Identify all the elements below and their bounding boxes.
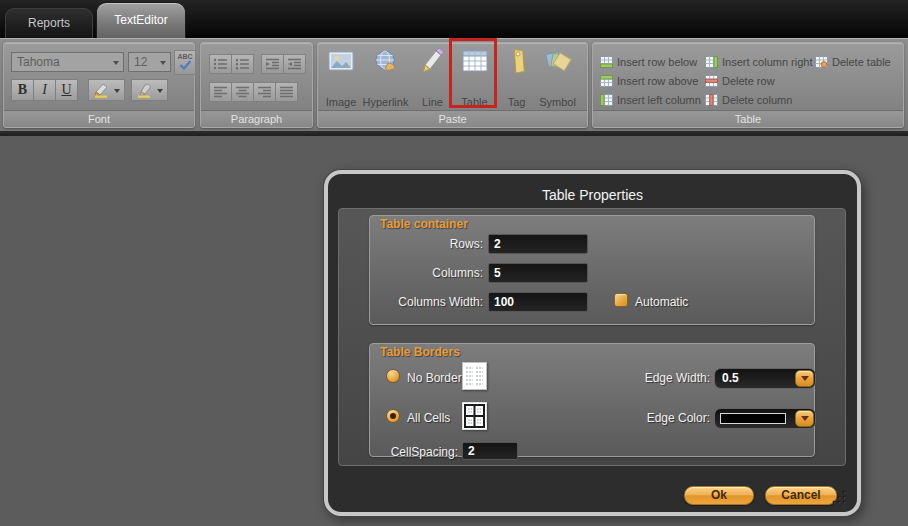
paste-item-label: Image — [326, 96, 357, 108]
highlighter-icon — [136, 83, 154, 98]
justify-icon — [279, 86, 294, 98]
symbol-button[interactable]: Symbol — [533, 48, 582, 108]
paste-item-label: Hyperlink — [363, 96, 409, 108]
delete-column-icon — [705, 94, 718, 106]
bullet-list-button[interactable] — [209, 54, 232, 74]
align-right-icon — [257, 86, 272, 98]
edge-color-combo[interactable] — [714, 408, 816, 429]
edge-color-label: Edge Color: — [610, 411, 710, 425]
chevron-down-icon — [801, 416, 809, 425]
all-cells-preview-icon — [462, 402, 487, 430]
table-container-groupbox: Table container Rows: Columns: Columns W… — [369, 215, 815, 325]
delete-row-button[interactable]: Delete row — [705, 74, 775, 88]
table-group-label: Table — [593, 110, 903, 127]
decrease-indent-button[interactable] — [261, 54, 284, 74]
paste-item-label: Line — [422, 96, 443, 108]
underline-button[interactable]: U — [55, 79, 78, 101]
align-left-icon — [213, 86, 228, 98]
no-border-radio[interactable] — [386, 369, 400, 383]
hyperlink-button[interactable]: Hyperlink — [357, 48, 414, 108]
app-window: { "tabs": { "reports": "Reports", "texte… — [0, 0, 908, 526]
alignment-buttons — [209, 82, 297, 102]
image-button[interactable]: Image — [323, 48, 359, 108]
image-icon — [326, 48, 356, 74]
columns-width-label: Columns Width: — [378, 295, 483, 309]
list-buttons — [209, 54, 253, 74]
table-action-label: Delete column — [722, 94, 792, 106]
dialog-content-panel: Table container Rows: Columns: Columns W… — [338, 208, 846, 466]
justify-button[interactable] — [275, 82, 298, 102]
rows-input[interactable] — [488, 234, 588, 254]
line-button[interactable]: Line — [417, 48, 448, 108]
columns-width-input[interactable] — [488, 292, 588, 312]
numbered-list-button[interactable] — [231, 54, 254, 74]
edge-width-label: Edge Width: — [610, 371, 710, 385]
bold-button[interactable]: B — [11, 79, 34, 101]
tab-texteditor[interactable]: TextEditor — [96, 2, 186, 38]
spellcheck-button[interactable]: ABC — [174, 50, 196, 75]
ribbon-group-paragraph: Paragraph — [200, 42, 313, 128]
edge-width-combo[interactable]: 0.5 — [714, 368, 816, 389]
no-border-preview-icon — [462, 362, 487, 390]
pencil-icon — [422, 48, 444, 75]
chevron-down-icon — [160, 61, 166, 68]
font-color-button[interactable] — [88, 79, 125, 101]
tag-button[interactable]: Tag — [501, 48, 532, 108]
font-size-value: 12 — [134, 55, 147, 69]
paste-item-label: Symbol — [539, 96, 576, 108]
section-label: Table container — [380, 217, 468, 231]
italic-button[interactable]: I — [33, 79, 56, 101]
insert-column-right-button[interactable]: Insert column right — [705, 55, 812, 69]
rows-label: Rows: — [378, 237, 483, 251]
symbol-icon — [543, 48, 573, 75]
table-action-label: Insert row below — [617, 56, 697, 68]
font-family-combo[interactable]: Tahoma — [11, 52, 124, 72]
insert-row-below-button[interactable]: Insert row below — [600, 55, 697, 69]
chevron-down-icon — [114, 89, 120, 96]
outdent-icon — [265, 58, 280, 70]
ok-button[interactable]: Ok — [684, 486, 754, 505]
check-icon — [179, 60, 192, 70]
delete-row-icon — [705, 75, 718, 87]
font-size-combo[interactable]: 12 — [128, 52, 171, 72]
tab-reports[interactable]: Reports — [5, 8, 93, 38]
ribbon-bottom-divider — [0, 131, 908, 136]
insert-row-above-button[interactable]: Insert row above — [600, 74, 698, 88]
delete-table-button[interactable]: Delete table — [815, 55, 891, 69]
paragraph-group-label: Paragraph — [201, 110, 312, 127]
dropdown-button[interactable] — [795, 410, 814, 427]
font-group-label: Font — [4, 110, 194, 127]
dialog-title: Table Properties — [328, 187, 857, 203]
font-family-value: Tahoma — [17, 55, 60, 69]
cell-spacing-input[interactable] — [462, 442, 518, 460]
numbered-list-icon — [235, 58, 250, 70]
resize-grip[interactable] — [830, 489, 848, 505]
tag-icon — [504, 48, 530, 75]
insert-column-right-icon — [705, 56, 718, 68]
insert-row-below-icon — [600, 56, 613, 68]
align-center-button[interactable] — [231, 82, 254, 102]
insert-left-column-button[interactable]: Insert left column — [600, 93, 701, 107]
table-action-label: Insert row above — [617, 75, 698, 87]
table-action-label: Insert column right — [722, 56, 812, 68]
table-action-label: Delete table — [832, 56, 891, 68]
indent-buttons — [261, 54, 305, 74]
automatic-checkbox[interactable] — [614, 293, 628, 307]
align-left-button[interactable] — [209, 82, 232, 102]
delete-column-button[interactable]: Delete column — [705, 93, 792, 107]
highlight-color-button[interactable] — [131, 79, 168, 101]
chevron-down-icon — [157, 89, 163, 96]
all-cells-radio[interactable] — [386, 409, 400, 423]
dropdown-button[interactable] — [795, 370, 814, 387]
align-right-button[interactable] — [253, 82, 276, 102]
ribbon-group-table: Insert row below Insert row above Insert… — [592, 42, 904, 128]
columns-input[interactable] — [488, 263, 588, 283]
edge-color-swatch — [720, 413, 786, 424]
cancel-button[interactable]: Cancel — [765, 486, 837, 505]
tab-bar: Reports TextEditor — [0, 0, 908, 38]
table-button-highlight — [449, 38, 497, 108]
abc-icon: ABC — [177, 53, 192, 60]
table-action-label: Delete row — [722, 75, 775, 87]
edge-width-value: 0.5 — [722, 371, 739, 385]
increase-indent-button[interactable] — [283, 54, 306, 74]
